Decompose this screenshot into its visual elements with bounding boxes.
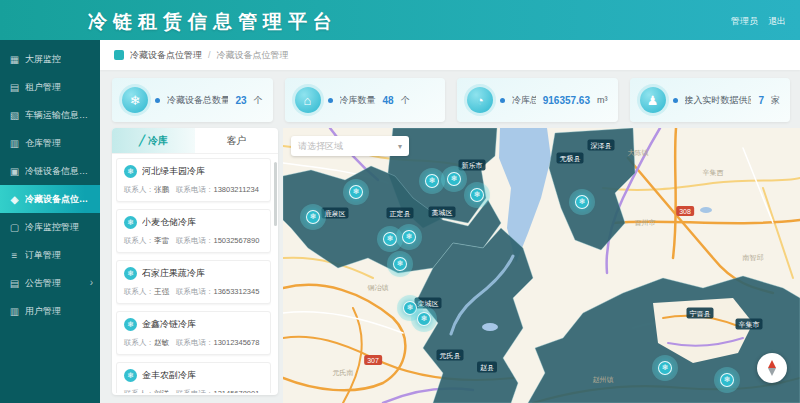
storage-map-marker[interactable]: ❄	[387, 251, 413, 277]
snowflake-icon: ❄	[393, 257, 407, 271]
user-name[interactable]: 管理员	[731, 15, 758, 28]
stat-value: 916357.63	[543, 95, 590, 106]
sidebar-item-label: 冷链设备信息管理	[25, 165, 91, 178]
stat-card-icon: ⌂	[295, 87, 321, 113]
sidebar-item[interactable]: ▥用户管理	[0, 297, 100, 325]
phone-value: 13653312345	[214, 287, 260, 296]
panel-tabs: 冷库 客户	[112, 128, 278, 154]
stat-card: ⌂冷库数量48个	[285, 78, 446, 122]
map-place-label: 赵州镇	[593, 375, 614, 385]
storage-map-marker[interactable]: ❄	[396, 224, 422, 250]
road-number-badge: 307	[364, 355, 382, 365]
storage-list: ❄河北绿丰园冷库 联系人：张鹏联系电话：13803211234 ❄小麦仓储冷库 …	[116, 158, 271, 393]
sidebar-item[interactable]: ▧车辆运输信息管理	[0, 101, 100, 129]
storage-list-item[interactable]: ❄金丰农副冷库 联系人：刘洋联系电话：13145678901	[116, 362, 271, 393]
breadcrumb: 冷藏设备点位管理 / 冷藏设备点位管理	[100, 40, 800, 70]
map-canvas[interactable]: 鹿泉区 正定县 藁城区 新乐市 无极县 深泽县 栾城区 元氏县 赵县 宁晋县 辛…	[283, 128, 800, 403]
sidebar-item[interactable]: ▢冷库监控管理	[0, 213, 100, 241]
list-scrollbar[interactable]	[274, 162, 277, 226]
storage-list-item[interactable]: ❄小麦仓储冷库 联系人：李雷联系电话：15032567890	[116, 209, 271, 253]
top-header: 冷链租赁信息管理平台 管理员 退出	[0, 0, 800, 40]
sidebar-item[interactable]: ▣冷链设备信息管理	[0, 157, 100, 185]
menu-icon: ▢	[9, 222, 20, 233]
contact-field: 联系人：赵敏	[124, 338, 169, 348]
stat-label: 接入实时数据供应商	[685, 94, 752, 107]
header-user-area: 管理员 退出	[731, 15, 786, 28]
map-place-label: 辛集西	[703, 168, 724, 178]
storage-list-item[interactable]: ❄河北绿丰园冷库 联系人：张鹏联系电话：13803211234	[116, 158, 271, 202]
logout-link[interactable]: 退出	[768, 15, 786, 28]
menu-icon: ▤	[9, 278, 20, 289]
contact-label: 联系人：	[124, 389, 154, 393]
sidebar-item-label: 订单管理	[25, 249, 61, 262]
sidebar-item[interactable]: ≡订单管理	[0, 241, 100, 269]
phone-field: 联系电话：13145678901	[176, 389, 259, 393]
stat-card: ◔冷库总容量916357.63m³	[457, 78, 618, 122]
snowflake-icon: ❄	[470, 188, 484, 202]
snowflake-icon: ❄	[306, 210, 320, 224]
contact-label: 联系人：	[124, 338, 154, 347]
phone-value: 13803211234	[214, 185, 259, 194]
menu-icon: ▥	[9, 306, 20, 317]
storage-map-marker[interactable]: ❄	[411, 306, 437, 332]
snowflake-icon: ❄	[425, 174, 439, 188]
breadcrumb-root[interactable]: 冷藏设备点位管理	[130, 49, 202, 62]
panel-tab[interactable]: 客户	[195, 128, 278, 153]
bullet-dot-icon	[673, 98, 678, 103]
storage-list-item[interactable]: ❄金鑫冷链冷库 联系人：赵敏联系电话：13012345678	[116, 311, 271, 355]
map-place-label: 大陈镇	[628, 148, 649, 158]
page-title: 冷链租赁信息管理平台	[88, 9, 338, 35]
menu-icon: ▦	[9, 54, 20, 65]
storage-map-marker[interactable]: ❄	[343, 179, 369, 205]
storage-name: 河北绿丰园冷库	[142, 165, 205, 178]
bullet-dot-icon	[500, 98, 505, 103]
sidebar-item[interactable]: ◈冷藏设备点位管理	[0, 185, 100, 213]
sidebar-item[interactable]: ▤公告管理	[0, 269, 100, 297]
sidebar-item-label: 租户管理	[25, 81, 61, 94]
sidebar-item[interactable]: ▦大屏监控	[0, 45, 100, 73]
sidebar-item[interactable]: ▥仓库管理	[0, 129, 100, 157]
phone-field: 联系电话：13803211234	[176, 185, 259, 195]
snowflake-icon: ❄	[124, 165, 137, 178]
contact-label: 联系人：	[124, 287, 154, 296]
stat-value: 48	[383, 95, 394, 106]
stat-label: 冷藏设备总数量	[167, 94, 228, 107]
storage-map-marker[interactable]: ❄	[441, 166, 467, 192]
storage-map-marker[interactable]: ❄	[652, 355, 678, 381]
stat-value: 7	[758, 95, 764, 106]
phone-field: 联系电话：13653312345	[176, 287, 259, 297]
storage-list-panel: 冷库 客户 ❄河北绿丰园冷库 联系人：张鹏联系电话：13803211234 ❄小…	[112, 128, 278, 395]
stat-card-icon: ♟	[640, 87, 666, 113]
snowflake-icon: ❄	[658, 361, 672, 375]
storage-map-marker[interactable]: ❄	[569, 189, 595, 215]
sidebar-item-label: 冷藏设备点位管理	[25, 193, 91, 206]
phone-value: 13145678901	[214, 389, 260, 393]
stat-value: 23	[235, 95, 246, 106]
contact-field: 联系人：张鹏	[124, 185, 169, 195]
storage-list-item[interactable]: ❄石家庄果蔬冷库 联系人：王强联系电话：13653312345	[116, 260, 271, 304]
district-label: 无极县	[557, 153, 584, 164]
stat-cards-row: ❄冷藏设备总数量23个 ⌂冷库数量48个 ◔冷库总容量916357.63m³ ♟…	[112, 78, 790, 122]
sidebar-item[interactable]: ▤租户管理	[0, 73, 100, 101]
district-label: 正定县	[387, 208, 414, 219]
phone-label: 联系电话：	[176, 338, 214, 347]
snowflake-icon: ❄	[383, 232, 397, 246]
storage-map-marker[interactable]: ❄	[714, 367, 740, 393]
region-select[interactable]: 请选择区域 ▾	[291, 136, 409, 156]
district-label: 深泽县	[588, 140, 615, 151]
storage-map-marker[interactable]: ❄	[464, 182, 490, 208]
stat-unit: m³	[597, 95, 608, 105]
map-place-label: 南智邱	[743, 253, 764, 263]
menu-icon: ≡	[9, 250, 20, 261]
menu-icon: ▥	[9, 138, 20, 149]
snowflake-icon: ❄	[124, 369, 137, 382]
storage-map-marker[interactable]: ❄	[300, 204, 326, 230]
district-label: 元氏县	[437, 350, 464, 361]
contact-value: 张鹏	[154, 185, 169, 194]
panel-tab[interactable]: 冷库	[112, 128, 195, 153]
phone-label: 联系电话：	[176, 236, 214, 245]
snowflake-icon: ❄	[402, 230, 416, 244]
compass-control[interactable]	[757, 353, 787, 383]
menu-icon: ▣	[9, 166, 20, 177]
road-number-badge: 308	[676, 206, 694, 216]
